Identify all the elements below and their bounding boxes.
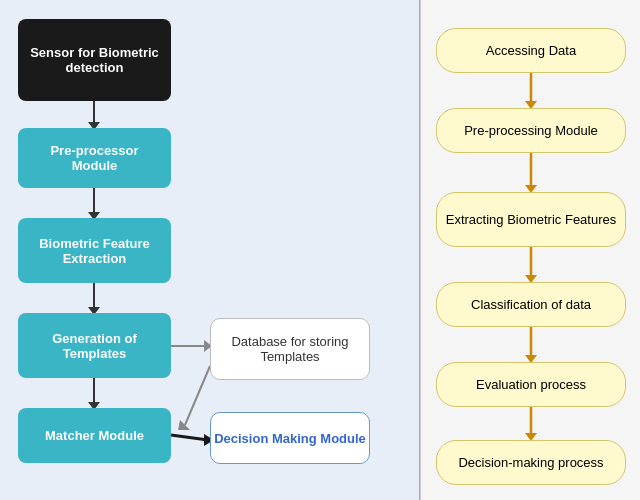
svg-marker-11 [178, 420, 190, 430]
right-panel: Accessing Data Pre-processing Module Ext… [420, 0, 640, 500]
generation-templates-box: Generation of Templates [18, 313, 171, 378]
right-arrows [421, 0, 640, 500]
decision-box: Decision Making Module [210, 412, 370, 464]
accessing-data-box: Accessing Data [436, 28, 626, 73]
decision-making-box: Decision-making process [436, 440, 626, 485]
extracting-features-box: Extracting Biometric Features [436, 192, 626, 247]
database-box: Database for storing Templates [210, 318, 370, 380]
svg-line-10 [185, 366, 210, 425]
classification-box: Classification of data [436, 282, 626, 327]
sensor-box: Sensor for Biometric detection [18, 19, 171, 101]
preprocessor-box: Pre-processor Module [18, 128, 171, 188]
matcher-box: Matcher Module [18, 408, 171, 463]
evaluation-box: Evaluation process [436, 362, 626, 407]
svg-line-12 [171, 435, 208, 440]
feature-extraction-box: Biometric Feature Extraction [18, 218, 171, 283]
right-preprocessing-box: Pre-processing Module [436, 108, 626, 153]
left-panel: Sensor for Biometric detection Pre-proce… [0, 0, 420, 500]
